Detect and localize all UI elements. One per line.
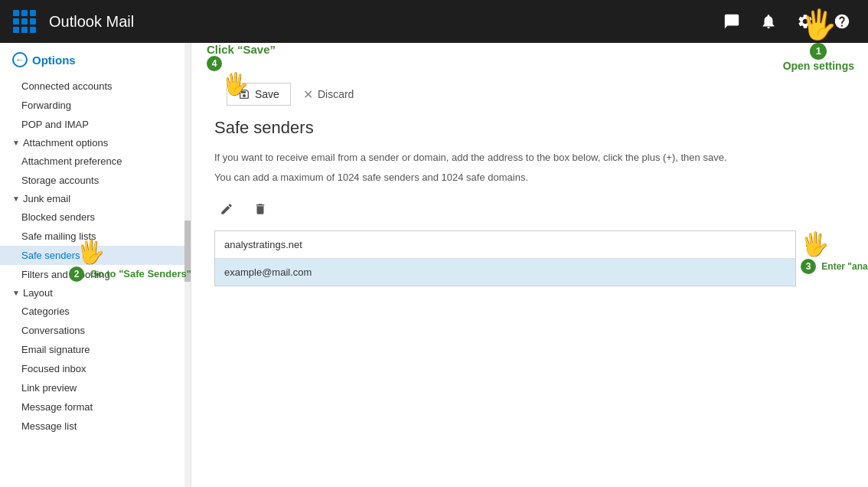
junk-email-label: Junk email bbox=[23, 193, 70, 204]
attachment-options-label: Attachment options bbox=[23, 137, 108, 149]
sidebar-item-forwarding[interactable]: Forwarding bbox=[0, 96, 191, 115]
back-label: Options bbox=[32, 54, 76, 67]
help-icon-button[interactable] bbox=[825, 5, 859, 38]
connected-accounts-label: Connected accounts bbox=[21, 80, 113, 92]
layout-label: Layout bbox=[23, 287, 53, 299]
sidebar-item-safe-mailing-lists[interactable]: Safe mailing lists bbox=[0, 227, 191, 246]
chat-icon-button[interactable] bbox=[715, 5, 749, 38]
conversations-label: Conversations bbox=[21, 325, 85, 336]
blocked-senders-label: Blocked senders bbox=[21, 211, 95, 223]
bell-icon-button[interactable] bbox=[752, 5, 785, 38]
step3-label: Enter "analystratings.net" and click the… bbox=[821, 261, 868, 272]
sidebar-item-safe-senders[interactable]: Safe senders 🖐️ 2 Go to "Safe Senders" bbox=[0, 246, 191, 265]
back-button[interactable]: ← Options bbox=[0, 43, 191, 77]
sidebar-section-layout[interactable]: ▼ Layout bbox=[0, 284, 191, 302]
save-button[interactable]: Save bbox=[227, 83, 291, 106]
email-entry-0[interactable]: analystratings.net bbox=[215, 231, 795, 259]
categories-label: Categories bbox=[21, 306, 70, 317]
sidebar-item-connected-accounts[interactable]: Connected accounts bbox=[0, 77, 191, 96]
collapse-icon: ▼ bbox=[12, 139, 20, 147]
sidebar-item-categories[interactable]: Categories bbox=[0, 302, 191, 321]
sidebar-item-pop-imap[interactable]: POP and IMAP bbox=[0, 115, 191, 134]
discard-label: Discard bbox=[318, 88, 354, 100]
forwarding-label: Forwarding bbox=[21, 100, 71, 111]
save-icon bbox=[238, 88, 250, 100]
sidebar-item-filters-reporting[interactable]: Filters and reporting bbox=[0, 265, 191, 284]
step3-circle: 3 bbox=[801, 259, 816, 274]
message-list-label: Message list bbox=[21, 420, 77, 432]
sidebar-item-storage-accounts[interactable]: Storage accounts bbox=[0, 171, 191, 190]
add-entry-button[interactable]: + bbox=[805, 235, 816, 257]
save-label: Save bbox=[255, 88, 279, 100]
main-layout: ← Options Connected accounts Forwarding … bbox=[0, 43, 868, 487]
sidebar-section-attachment-options[interactable]: ▼ Attachment options bbox=[0, 134, 191, 152]
discard-x-icon: ✕ bbox=[303, 87, 313, 102]
settings-icon-button[interactable] bbox=[788, 5, 822, 38]
sidebar: ← Options Connected accounts Forwarding … bbox=[0, 43, 191, 487]
sidebar-item-message-format[interactable]: Message format bbox=[0, 397, 191, 417]
app-title: Outlook Mail bbox=[49, 13, 715, 31]
discard-button[interactable]: ✕ Discard bbox=[303, 87, 354, 102]
message-format-label: Message format bbox=[21, 401, 93, 413]
page-title: Safe senders bbox=[214, 118, 845, 138]
layout-collapse-icon: ▼ bbox=[12, 289, 20, 297]
email-entry-1[interactable]: example@mail.com bbox=[215, 259, 795, 286]
edit-icon-button[interactable] bbox=[214, 197, 239, 221]
step4-circle: 4 bbox=[207, 56, 222, 71]
pop-imap-label: POP and IMAP bbox=[21, 119, 89, 130]
link-preview-label: Link preview bbox=[21, 382, 77, 394]
sidebar-item-attachment-preference[interactable]: Attachment preference bbox=[0, 152, 191, 171]
email-value-0: analystratings.net bbox=[224, 239, 302, 250]
app-header: Outlook Mail bbox=[0, 0, 868, 43]
sidebar-item-link-preview[interactable]: Link preview bbox=[0, 378, 191, 397]
storage-accounts-label: Storage accounts bbox=[21, 175, 99, 186]
filters-label: Filters and reporting bbox=[21, 269, 110, 280]
sidebar-item-message-list[interactable]: Message list bbox=[0, 417, 191, 436]
content-area: Click “Save” 🖐️ 4 Save ✕ Discard Safe se… bbox=[191, 43, 868, 487]
grid-icon bbox=[13, 10, 36, 33]
focused-inbox-label: Focused inbox bbox=[21, 363, 86, 374]
sidebar-item-focused-inbox[interactable]: Focused inbox bbox=[0, 359, 191, 378]
description-line1: If you want to receive email from a send… bbox=[214, 150, 845, 165]
sidebar-item-email-signature[interactable]: Email signature bbox=[0, 340, 191, 359]
sidebar-item-blocked-senders[interactable]: Blocked senders bbox=[0, 208, 191, 227]
scrollbar-thumb[interactable] bbox=[184, 221, 191, 282]
email-signature-label: Email signature bbox=[21, 344, 90, 355]
apps-grid-button[interactable] bbox=[9, 6, 40, 37]
plus-area: + 🖐️ 3 Enter "analystratings.net" and cl… bbox=[805, 230, 816, 257]
save-discard-bar: 🖐️ 4 Save ✕ Discard bbox=[214, 83, 845, 106]
email-list: analystratings.net example@mail.com bbox=[214, 230, 796, 286]
email-toolbar bbox=[214, 197, 845, 221]
sidebar-scrollbar[interactable] bbox=[184, 43, 191, 487]
sidebar-section-junk-email[interactable]: ▼ Junk email bbox=[0, 190, 191, 208]
back-arrow-icon: ← bbox=[12, 52, 28, 67]
email-list-area: analystratings.net example@mail.com + 🖐️… bbox=[214, 230, 845, 286]
step4-label: Click “Save” bbox=[207, 43, 276, 56]
description-line2: You can add a maximum of 1024 safe sende… bbox=[214, 170, 845, 185]
delete-icon-button[interactable] bbox=[248, 197, 272, 221]
safe-senders-label: Safe senders bbox=[21, 250, 80, 261]
junk-collapse-icon: ▼ bbox=[12, 194, 20, 203]
attachment-pref-label: Attachment preference bbox=[21, 155, 122, 167]
email-value-1: example@mail.com bbox=[224, 266, 312, 278]
sidebar-item-conversations[interactable]: Conversations bbox=[0, 321, 191, 340]
header-actions bbox=[715, 5, 859, 38]
safe-mailing-lists-label: Safe mailing lists bbox=[21, 230, 96, 242]
